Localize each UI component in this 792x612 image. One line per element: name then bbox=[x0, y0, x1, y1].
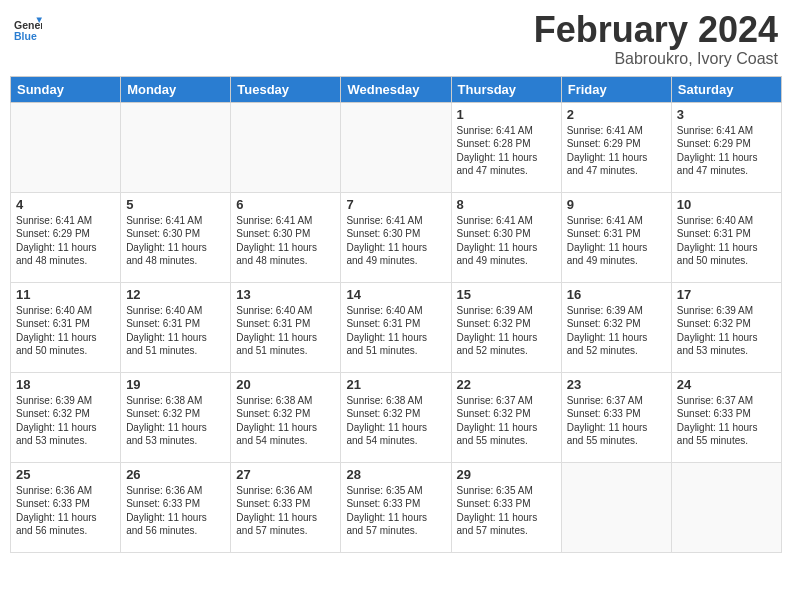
calendar-cell: 13Sunrise: 6:40 AM Sunset: 6:31 PM Dayli… bbox=[231, 282, 341, 372]
calendar-cell: 24Sunrise: 6:37 AM Sunset: 6:33 PM Dayli… bbox=[671, 372, 781, 462]
svg-text:General: General bbox=[14, 19, 42, 31]
day-info: Sunrise: 6:41 AM Sunset: 6:31 PM Dayligh… bbox=[567, 214, 666, 268]
calendar-cell: 18Sunrise: 6:39 AM Sunset: 6:32 PM Dayli… bbox=[11, 372, 121, 462]
calendar-cell: 23Sunrise: 6:37 AM Sunset: 6:33 PM Dayli… bbox=[561, 372, 671, 462]
day-number: 2 bbox=[567, 107, 666, 122]
day-info: Sunrise: 6:40 AM Sunset: 6:31 PM Dayligh… bbox=[16, 304, 115, 358]
day-info: Sunrise: 6:38 AM Sunset: 6:32 PM Dayligh… bbox=[346, 394, 445, 448]
week-row-1: 1Sunrise: 6:41 AM Sunset: 6:28 PM Daylig… bbox=[11, 102, 782, 192]
calendar-table: SundayMondayTuesdayWednesdayThursdayFrid… bbox=[10, 76, 782, 553]
day-number: 7 bbox=[346, 197, 445, 212]
weekday-header-friday: Friday bbox=[561, 76, 671, 102]
day-info: Sunrise: 6:35 AM Sunset: 6:33 PM Dayligh… bbox=[457, 484, 556, 538]
day-info: Sunrise: 6:36 AM Sunset: 6:33 PM Dayligh… bbox=[126, 484, 225, 538]
day-info: Sunrise: 6:39 AM Sunset: 6:32 PM Dayligh… bbox=[457, 304, 556, 358]
day-number: 10 bbox=[677, 197, 776, 212]
week-row-4: 18Sunrise: 6:39 AM Sunset: 6:32 PM Dayli… bbox=[11, 372, 782, 462]
calendar-cell: 8Sunrise: 6:41 AM Sunset: 6:30 PM Daylig… bbox=[451, 192, 561, 282]
weekday-header-saturday: Saturday bbox=[671, 76, 781, 102]
calendar-cell: 27Sunrise: 6:36 AM Sunset: 6:33 PM Dayli… bbox=[231, 462, 341, 552]
day-info: Sunrise: 6:39 AM Sunset: 6:32 PM Dayligh… bbox=[16, 394, 115, 448]
weekday-header-monday: Monday bbox=[121, 76, 231, 102]
location-subtitle: Babroukro, Ivory Coast bbox=[534, 50, 778, 68]
day-info: Sunrise: 6:41 AM Sunset: 6:30 PM Dayligh… bbox=[346, 214, 445, 268]
calendar-cell: 16Sunrise: 6:39 AM Sunset: 6:32 PM Dayli… bbox=[561, 282, 671, 372]
day-number: 14 bbox=[346, 287, 445, 302]
calendar-cell: 11Sunrise: 6:40 AM Sunset: 6:31 PM Dayli… bbox=[11, 282, 121, 372]
day-number: 29 bbox=[457, 467, 556, 482]
day-number: 5 bbox=[126, 197, 225, 212]
title-area: February 2024 Babroukro, Ivory Coast bbox=[534, 10, 778, 68]
day-number: 17 bbox=[677, 287, 776, 302]
calendar-cell: 25Sunrise: 6:36 AM Sunset: 6:33 PM Dayli… bbox=[11, 462, 121, 552]
weekday-header-sunday: Sunday bbox=[11, 76, 121, 102]
day-info: Sunrise: 6:37 AM Sunset: 6:32 PM Dayligh… bbox=[457, 394, 556, 448]
day-number: 18 bbox=[16, 377, 115, 392]
day-number: 28 bbox=[346, 467, 445, 482]
calendar-cell: 22Sunrise: 6:37 AM Sunset: 6:32 PM Dayli… bbox=[451, 372, 561, 462]
day-number: 11 bbox=[16, 287, 115, 302]
day-number: 20 bbox=[236, 377, 335, 392]
day-info: Sunrise: 6:41 AM Sunset: 6:30 PM Dayligh… bbox=[236, 214, 335, 268]
day-info: Sunrise: 6:39 AM Sunset: 6:32 PM Dayligh… bbox=[677, 304, 776, 358]
day-info: Sunrise: 6:40 AM Sunset: 6:31 PM Dayligh… bbox=[346, 304, 445, 358]
calendar-cell: 3Sunrise: 6:41 AM Sunset: 6:29 PM Daylig… bbox=[671, 102, 781, 192]
day-info: Sunrise: 6:36 AM Sunset: 6:33 PM Dayligh… bbox=[16, 484, 115, 538]
calendar-cell: 10Sunrise: 6:40 AM Sunset: 6:31 PM Dayli… bbox=[671, 192, 781, 282]
calendar-cell: 6Sunrise: 6:41 AM Sunset: 6:30 PM Daylig… bbox=[231, 192, 341, 282]
calendar-cell: 15Sunrise: 6:39 AM Sunset: 6:32 PM Dayli… bbox=[451, 282, 561, 372]
calendar-cell: 9Sunrise: 6:41 AM Sunset: 6:31 PM Daylig… bbox=[561, 192, 671, 282]
logo: General Blue bbox=[14, 16, 42, 48]
day-number: 27 bbox=[236, 467, 335, 482]
calendar-cell: 26Sunrise: 6:36 AM Sunset: 6:33 PM Dayli… bbox=[121, 462, 231, 552]
day-info: Sunrise: 6:41 AM Sunset: 6:29 PM Dayligh… bbox=[567, 124, 666, 178]
day-info: Sunrise: 6:40 AM Sunset: 6:31 PM Dayligh… bbox=[126, 304, 225, 358]
calendar-cell: 28Sunrise: 6:35 AM Sunset: 6:33 PM Dayli… bbox=[341, 462, 451, 552]
logo-icon: General Blue bbox=[14, 16, 42, 44]
calendar-cell: 20Sunrise: 6:38 AM Sunset: 6:32 PM Dayli… bbox=[231, 372, 341, 462]
day-number: 21 bbox=[346, 377, 445, 392]
weekday-header-wednesday: Wednesday bbox=[341, 76, 451, 102]
calendar-cell: 29Sunrise: 6:35 AM Sunset: 6:33 PM Dayli… bbox=[451, 462, 561, 552]
day-info: Sunrise: 6:37 AM Sunset: 6:33 PM Dayligh… bbox=[567, 394, 666, 448]
weekday-header-tuesday: Tuesday bbox=[231, 76, 341, 102]
day-info: Sunrise: 6:41 AM Sunset: 6:28 PM Dayligh… bbox=[457, 124, 556, 178]
day-number: 4 bbox=[16, 197, 115, 212]
day-info: Sunrise: 6:41 AM Sunset: 6:29 PM Dayligh… bbox=[677, 124, 776, 178]
calendar-cell: 14Sunrise: 6:40 AM Sunset: 6:31 PM Dayli… bbox=[341, 282, 451, 372]
month-title: February 2024 bbox=[534, 10, 778, 50]
calendar-cell bbox=[11, 102, 121, 192]
weekday-header-row: SundayMondayTuesdayWednesdayThursdayFrid… bbox=[11, 76, 782, 102]
day-number: 24 bbox=[677, 377, 776, 392]
week-row-5: 25Sunrise: 6:36 AM Sunset: 6:33 PM Dayli… bbox=[11, 462, 782, 552]
calendar-cell: 12Sunrise: 6:40 AM Sunset: 6:31 PM Dayli… bbox=[121, 282, 231, 372]
day-info: Sunrise: 6:38 AM Sunset: 6:32 PM Dayligh… bbox=[126, 394, 225, 448]
day-number: 6 bbox=[236, 197, 335, 212]
day-number: 16 bbox=[567, 287, 666, 302]
calendar-cell: 19Sunrise: 6:38 AM Sunset: 6:32 PM Dayli… bbox=[121, 372, 231, 462]
calendar-cell: 17Sunrise: 6:39 AM Sunset: 6:32 PM Dayli… bbox=[671, 282, 781, 372]
day-number: 22 bbox=[457, 377, 556, 392]
day-number: 3 bbox=[677, 107, 776, 122]
calendar-cell: 4Sunrise: 6:41 AM Sunset: 6:29 PM Daylig… bbox=[11, 192, 121, 282]
day-info: Sunrise: 6:40 AM Sunset: 6:31 PM Dayligh… bbox=[677, 214, 776, 268]
svg-text:Blue: Blue bbox=[14, 30, 37, 42]
calendar-cell bbox=[671, 462, 781, 552]
week-row-3: 11Sunrise: 6:40 AM Sunset: 6:31 PM Dayli… bbox=[11, 282, 782, 372]
day-info: Sunrise: 6:41 AM Sunset: 6:30 PM Dayligh… bbox=[126, 214, 225, 268]
day-number: 8 bbox=[457, 197, 556, 212]
calendar-cell: 21Sunrise: 6:38 AM Sunset: 6:32 PM Dayli… bbox=[341, 372, 451, 462]
day-number: 26 bbox=[126, 467, 225, 482]
calendar-cell: 1Sunrise: 6:41 AM Sunset: 6:28 PM Daylig… bbox=[451, 102, 561, 192]
calendar-cell: 5Sunrise: 6:41 AM Sunset: 6:30 PM Daylig… bbox=[121, 192, 231, 282]
day-info: Sunrise: 6:40 AM Sunset: 6:31 PM Dayligh… bbox=[236, 304, 335, 358]
calendar-cell: 7Sunrise: 6:41 AM Sunset: 6:30 PM Daylig… bbox=[341, 192, 451, 282]
header: General Blue February 2024 Babroukro, Iv… bbox=[10, 10, 782, 68]
calendar-cell bbox=[121, 102, 231, 192]
calendar-cell bbox=[561, 462, 671, 552]
day-number: 9 bbox=[567, 197, 666, 212]
day-number: 15 bbox=[457, 287, 556, 302]
day-info: Sunrise: 6:38 AM Sunset: 6:32 PM Dayligh… bbox=[236, 394, 335, 448]
day-number: 12 bbox=[126, 287, 225, 302]
day-number: 25 bbox=[16, 467, 115, 482]
